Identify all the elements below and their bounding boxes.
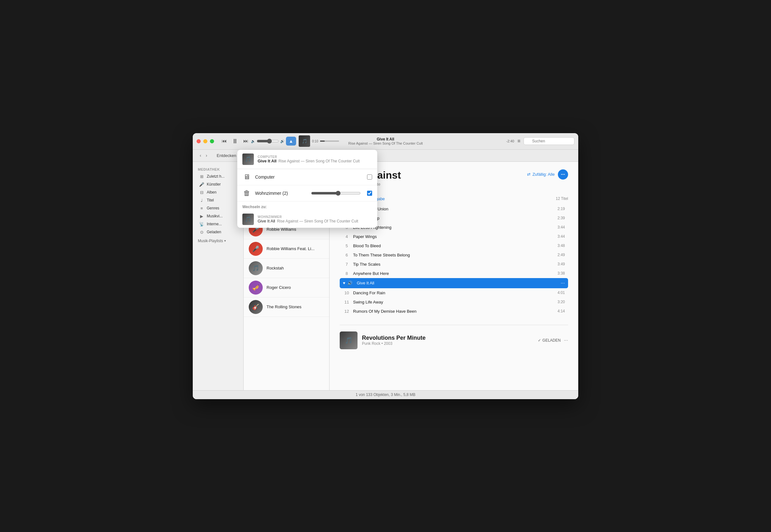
popup-wohnzimmer-track-detail: Rise Against — Siren Song Of The Counter… [277,219,358,223]
albums-icon: ⊟ [199,190,204,195]
device-wohnzimmer-checkbox[interactable] [367,191,372,196]
sidebar-item-songs[interactable]: ♩ Titel [194,196,242,204]
speaker-icon: 🔊 [347,281,352,285]
artists-icon: 🎤 [199,182,204,187]
tab-entdecken[interactable]: Entdecken [213,152,240,159]
downloaded-icon: ⊙ [199,230,204,235]
list-item[interactable]: 🎵 Rockstah [244,259,329,278]
shuffle-label: Zufällig: Alle [532,172,555,177]
progress-track[interactable] [320,140,339,142]
minimize-button[interactable] [203,139,208,143]
rewind-button[interactable]: ⏮ [221,138,228,145]
sidebar-item-artists[interactable]: 🎤 Künstler [194,181,242,188]
sidebar-item-label: Künstler [207,182,221,187]
sidebar: Mediathek ⊞ Zuletzt h... 🎤 Künstler ⊟ Al… [193,162,244,390]
sidebar-item-recently[interactable]: ⊞ Zuletzt h... [194,173,242,181]
sidebar-item-musicvideos[interactable]: ▶ Musikvi... [194,212,242,220]
sidebar-item-label: Genres [207,206,219,210]
internet-icon: 📡 [199,222,204,227]
play-pause-button[interactable]: ⏸ [231,137,240,146]
track-title: Life Less Frightening [351,225,557,230]
track-title: To Them These Streets Belong [351,253,557,257]
track-duration: 3:49 [557,262,565,266]
album-section: 🎵 Revolutions Per Minute Punk Rock • 200… [340,325,568,349]
wohnzimmer-volume-slider[interactable] [311,191,361,196]
avatar: 🎺 [249,281,263,295]
playlists-chevron-icon: ▾ [224,239,226,242]
recently-icon: ⊞ [199,174,204,179]
sidebar-item-label: Zuletzt h... [207,174,225,179]
track-duration: 3:48 [557,243,565,248]
computer-icon: 🖥 [242,173,251,181]
more-options-button[interactable]: ··· [558,169,568,180]
list-item[interactable]: 🎸 The Rolling Stones [244,297,329,317]
titlebar: ⏮ ⏸ ⏭ 🔈 🔊 ▲ 🎵 0:10 Give It All Rise Agai… [193,133,578,150]
close-button[interactable] [197,139,201,143]
titlebar-artist-album: Rise Against — Siren Song Of The Counter… [348,141,423,145]
track-count: 12 Titel [556,196,568,201]
titlebar-right: -2:40 ≡ 🔍 [506,137,574,145]
popup-device-computer[interactable]: 🖥 Computer [237,169,377,185]
device-computer-checkbox[interactable] [367,174,372,180]
popup-track-name: Give It All [258,159,276,163]
track-title: Tip The Scales [351,262,557,267]
track-row[interactable]: 7 Tip The Scales 3:49 [340,260,568,269]
back-button[interactable]: ‹ [198,152,203,159]
track-row[interactable]: 6 To Them These Streets Belong 2:49 [340,250,568,260]
album-art-placeholder: 🎵 [299,135,310,147]
fast-forward-button[interactable]: ⏭ [242,138,250,145]
volume-high-icon: 🔊 [280,139,285,143]
avatar: 🎵 [249,261,263,275]
track-row-active[interactable]: ♥ 🔊 Give It All ··· [340,278,568,288]
love-icon[interactable]: ♥ [343,281,345,285]
now-playing-album-art[interactable]: 🎵 [299,135,310,147]
track-duration: 2:19 [557,207,565,211]
forward-button[interactable]: › [204,152,209,159]
popup-wohnzimmer-name: Wohnzimmer (2) [255,191,305,196]
album-cover: 🎵 [340,331,358,349]
airplay-icon: ▲ [289,139,293,144]
artist-name: Robbie Williams Feat. Li... [267,246,315,251]
popup-container: 🎵 COMPUTER Give It All Rise Against — Si… [237,150,377,228]
track-row[interactable]: 5 Blood To Bleed 3:48 [340,241,568,250]
queue-button[interactable]: ≡ [517,138,520,144]
track-number: 10 [343,290,351,295]
track-number: 7 [343,262,351,267]
popup-wohnzimmer-header[interactable]: 🎵 WOHNZIMMER Give It All Rise Against — … [237,210,377,228]
search-input[interactable] [523,137,574,145]
volume-slider[interactable] [257,139,279,144]
track-number: 4 [343,234,351,239]
sidebar-item-albums[interactable]: ⊟ Alben [194,188,242,196]
volume-control: 🔈 🔊 [251,139,285,144]
track-row[interactable]: 4 Paper Wings 3:44 [340,232,568,241]
track-number: 6 [343,253,351,257]
list-item[interactable]: 🎤 Robbie Williams Feat. Li... [244,239,329,259]
popup-device-name: Computer [255,174,363,180]
shuffle-all-button[interactable]: ⇄ Zufällig: Alle [527,172,555,177]
track-row[interactable]: 11 Swing Life Away 3:20 [340,297,568,307]
popup-device-wohnzimmer[interactable]: 🗑 Wohnzimmer (2) [237,185,377,201]
list-item[interactable]: 🎺 Roger Cicero [244,278,329,297]
track-row[interactable]: 10 Dancing For Rain 4:01 [340,288,568,297]
track-row[interactable]: 12 Rumors Of My Demise Have Been 4:14 [340,307,568,316]
track-title: Rumors Of My Demise Have Been [351,309,557,314]
status-text: 1 von 133 Objekten, 3 Min., 5,8 MB [356,392,415,397]
track-title: The First Drop [351,216,557,221]
airplay-button[interactable]: ▲ [286,137,296,146]
time-elapsed: 0:10 [312,140,318,143]
search-wrapper: 🔍 [523,137,574,145]
album-more-button[interactable]: ··· [564,338,568,343]
maximize-button[interactable] [210,139,214,143]
track-more-icon[interactable]: ··· [561,280,565,286]
track-title: Anywhere But Here [351,271,557,276]
sidebar-item-label: Musikvi... [207,214,223,218]
artist-actions: ⇄ Zufällig: Alle ··· [527,169,568,180]
sidebar-item-internet[interactable]: 📡 Interne... [194,220,242,228]
downloaded-status: ✓ GELADEN [538,338,560,343]
songs-icon: ♩ [199,198,204,203]
sidebar-item-genres[interactable]: ≡ Genres [194,204,242,212]
track-row[interactable]: 8 Anywhere But Here 3:38 [340,269,568,278]
sidebar-playlists-section[interactable]: Musik-Playlists ▾ [193,236,243,244]
sidebar-item-downloaded[interactable]: ⊙ Geladen [194,228,242,236]
popup-wohnzimmer-album-art: 🎵 [242,214,254,225]
